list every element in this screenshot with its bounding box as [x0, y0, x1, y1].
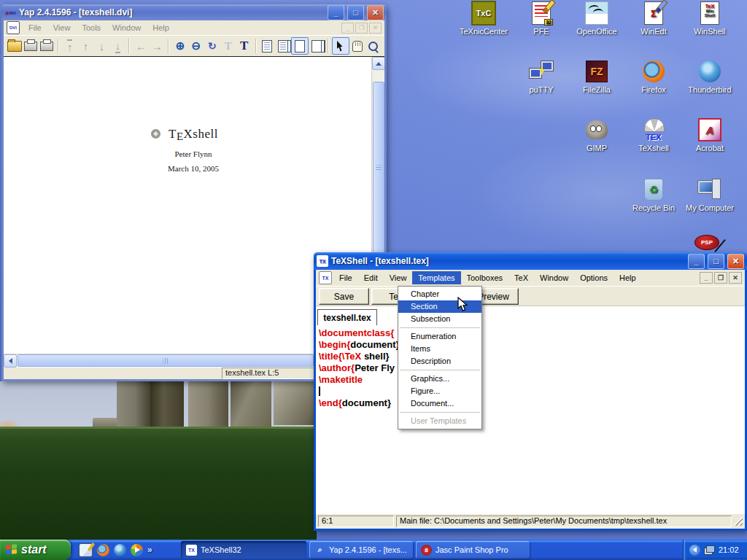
start-button[interactable]: start [0, 540, 71, 560]
yap-menu-file[interactable]: File [23, 22, 47, 34]
vertical-scroll-thumb[interactable] [373, 82, 384, 253]
scroll-left-button[interactable] [4, 354, 17, 368]
menu-help[interactable]: Help [614, 271, 642, 284]
scroll-up-button[interactable] [372, 57, 384, 70]
menu-item-figure[interactable]: Figure... [398, 385, 481, 397]
menu-item-enumeration[interactable]: Enumeration [398, 330, 481, 343]
texshell-close-button[interactable]: ✕ [727, 254, 744, 269]
yap-menu-window[interactable]: Window [107, 22, 147, 34]
zoom-out-icon[interactable]: ⊖ [188, 38, 204, 54]
taskbar-button-paintshoppro[interactable]: 8 Jasc Paint Shop Pro [416, 541, 530, 559]
yap-title-bar[interactable]: ⌕dvi Yap 2.4.1596 - [texshell.dvi] _ □ ✕ [1, 4, 387, 20]
menu-tex[interactable]: TeX [508, 271, 534, 284]
yap-mdi-minimize-button[interactable]: _ [341, 23, 354, 34]
desktop-icon-acrobat[interactable]: A Acrobat [681, 118, 739, 152]
menu-item-section[interactable]: Section [398, 300, 481, 313]
mdi-close-button[interactable]: ✕ [729, 272, 742, 284]
dvi-date: March 10, 2005 [133, 164, 253, 173]
menu-options[interactable]: Options [574, 271, 614, 284]
desktop-icon-winedt[interactable]: Σ WinEdt [624, 1, 683, 36]
recycle-bin-icon: ♻ [644, 179, 663, 201]
ruler-tool-icon[interactable]: T [220, 38, 236, 54]
desktop-icon-putty[interactable]: puTTY [512, 60, 570, 94]
refresh-icon[interactable]: ↻ [204, 38, 220, 54]
desktop-icon-label: WinShell [681, 27, 739, 36]
menu-view[interactable]: View [384, 271, 413, 284]
desktop-icon-my-computer[interactable]: My Computer [681, 178, 739, 212]
thunderbird-quicklaunch-icon[interactable] [114, 544, 126, 556]
thunderbird-icon [699, 61, 721, 82]
save-button[interactable]: Save [319, 288, 369, 305]
select-tool-icon[interactable] [332, 37, 349, 55]
taskbar-button-yap[interactable]: ⌕ Yap 2.4.1596 - [texs... [309, 541, 413, 559]
desktop-icon-pfe[interactable]: 32 PFE [512, 1, 570, 36]
desktop-icon-gimp[interactable]: GIMP [568, 118, 626, 152]
desktop-icon-texshell[interactable]: TEX TeXshell [624, 118, 683, 152]
yap-menu-tools[interactable]: Tools [76, 22, 107, 34]
menu-item-document[interactable]: Document... [398, 397, 481, 410]
desktop-icon-filezilla[interactable]: FZ FileZilla [568, 60, 626, 94]
menu-item-description[interactable]: Description [398, 355, 481, 368]
desktop-icon-firefox[interactable]: Firefox [624, 60, 683, 94]
menu-toolboxes[interactable]: Toolboxes [461, 271, 509, 284]
menu-templates[interactable]: Templates [412, 271, 460, 284]
pfe-icon: 32 [532, 1, 551, 25]
first-page-icon[interactable]: ↑ [62, 38, 78, 54]
mdi-restore-button[interactable]: ❐ [714, 272, 727, 284]
desktop-icon-openoffice[interactable]: OpenOffice [568, 1, 626, 36]
horizontal-scroll-thumb[interactable] [18, 354, 314, 367]
yap-menu-help[interactable]: Help [147, 22, 175, 34]
hand-tool-icon[interactable] [349, 38, 365, 54]
menu-item-items[interactable]: Items [398, 343, 481, 355]
texshell-menu-bar: TX File Edit View Templates Toolboxes Te… [316, 270, 745, 286]
yap-mdi-restore-button[interactable]: ❐ [355, 23, 368, 34]
single-page-icon[interactable] [260, 38, 276, 54]
yap-menu-view[interactable]: View [47, 22, 77, 34]
openoffice-icon [585, 1, 608, 25]
desktop-icon-thunderbird[interactable]: Thunderbird [681, 60, 739, 94]
media-player-quicklaunch-icon[interactable] [131, 544, 143, 556]
texshell-maximize-button[interactable]: □ [708, 254, 724, 269]
show-desktop-icon[interactable] [79, 543, 93, 557]
yap-close-button[interactable]: ✕ [367, 5, 384, 20]
firefox-quicklaunch-icon[interactable] [97, 544, 109, 556]
desktop-icon-paint-shop-pro[interactable]: PSP [694, 235, 719, 254]
text-mode-icon[interactable]: T [236, 38, 252, 54]
menu-item-subsection[interactable]: Subsection [398, 313, 481, 325]
desktop-icon-recycle-bin[interactable]: ♻ Recycle Bin [624, 178, 683, 212]
open-icon[interactable] [7, 38, 23, 54]
facing-pages-icon[interactable] [275, 38, 291, 54]
tray-display-icon[interactable] [704, 545, 715, 555]
yap-maximize-button[interactable]: □ [347, 5, 364, 20]
texshell-title-bar[interactable]: TX TeXShell - [texshell.tex] _ □ ✕ [314, 252, 747, 270]
forward-icon[interactable]: → [149, 38, 165, 54]
page-width-icon[interactable] [291, 37, 309, 55]
tab-texshell-tex[interactable]: texshell.tex [317, 309, 377, 326]
yap-minimize-button[interactable]: _ [328, 5, 344, 20]
desktop-icon-texniccenter[interactable]: TxC TeXnicCenter [454, 1, 513, 36]
menu-item-graphics[interactable]: Graphics... [398, 373, 481, 385]
last-page-icon[interactable]: ↓ [109, 38, 125, 54]
print-icon[interactable] [23, 38, 39, 54]
editor-area[interactable]: \documentclass{ \begin{document} \title{… [316, 325, 745, 514]
menu-edit[interactable]: Edit [358, 271, 384, 284]
magnifier-tool-icon[interactable] [365, 38, 382, 54]
menu-file[interactable]: File [333, 271, 358, 284]
taskbar-button-texshell[interactable]: TX TeXShell32 [181, 541, 306, 559]
desktop-icon-label: Recycle Bin [624, 203, 683, 212]
back-icon[interactable]: ← [133, 38, 149, 54]
resize-grip[interactable] [734, 517, 743, 526]
zoom-in-icon[interactable]: ⊕ [172, 38, 188, 54]
page-down-icon[interactable]: ↓ [94, 38, 110, 54]
menu-window[interactable]: Window [534, 271, 574, 284]
print-all-icon[interactable] [39, 38, 55, 54]
yap-mdi-close-button[interactable]: ✕ [369, 23, 382, 34]
page-up-icon[interactable]: ↑ [78, 38, 94, 54]
texshell-minimize-button[interactable]: _ [688, 254, 705, 269]
mdi-minimize-button[interactable]: _ [700, 272, 713, 284]
continuous-pages-icon[interactable] [309, 38, 325, 54]
desktop-icon-winshell[interactable]: TeXWinShell WinShell [681, 1, 739, 36]
quick-launch-overflow-chevron[interactable]: » [147, 545, 152, 555]
tray-collapse-chevron-icon[interactable] [689, 545, 700, 556]
menu-item-chapter[interactable]: Chapter [398, 288, 481, 300]
